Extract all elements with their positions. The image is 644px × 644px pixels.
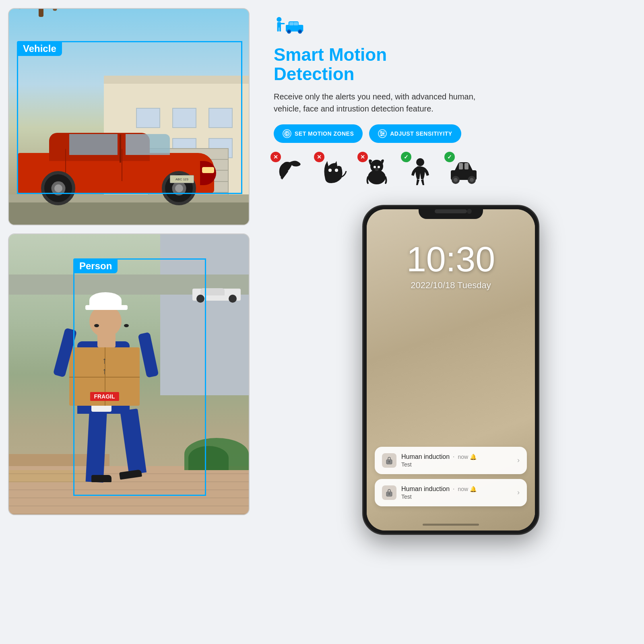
human-status-badge: ✓ — [401, 152, 411, 162]
phone-container: 10:30 2022/10/18 Tuesday — [274, 205, 628, 632]
detection-icons-row: ✕ ✕ ✕ — [274, 155, 628, 187]
phone-notch — [419, 206, 483, 219]
svg-point-39 — [416, 158, 424, 166]
notif-time-1: now — [458, 454, 469, 460]
svg-point-10 — [277, 17, 281, 22]
phone-home-bar — [423, 524, 479, 526]
cat-status-badge: ✕ — [314, 152, 324, 162]
svg-point-36 — [374, 166, 376, 168]
bird-detection-icon: ✕ — [274, 155, 306, 187]
notif-time-2: now — [458, 486, 469, 492]
svg-point-46 — [470, 178, 474, 182]
person-camera-frame: ↑↑ FRAGIL Person — [8, 233, 250, 515]
svg-point-44 — [454, 178, 458, 182]
notification-card-2[interactable]: Human induction · now 🔔 Test › — [375, 479, 527, 506]
svg-point-48 — [388, 461, 390, 462]
notif-icon-1 — [382, 453, 396, 468]
dog-detection-icon: ✕ — [361, 155, 393, 187]
svg-point-31 — [294, 162, 297, 165]
dog-status-badge: ✕ — [357, 152, 368, 162]
person-car-icon — [274, 12, 306, 40]
svg-point-38 — [375, 168, 379, 171]
svg-rect-22 — [281, 23, 285, 24]
bird-status-badge: ✕ — [270, 152, 281, 162]
phone-screen: 10:30 2022/10/18 Tuesday — [367, 209, 535, 530]
clock-date: 2022/10/18 Tuesday — [367, 280, 535, 291]
svg-point-29 — [382, 133, 384, 134]
adjust-sensitivity-button[interactable]: ADJUST SENSITIYITY — [369, 124, 461, 143]
vehicle-camera-frame: ABC 123 Vehicle — [8, 8, 250, 225]
notif-bell-1: 🔔 — [470, 454, 477, 460]
svg-point-37 — [378, 166, 380, 168]
feature-description: Receive only the alerts you need, with a… — [274, 91, 483, 115]
action-buttons: SET MOTION ZONES ADJUST SENSITIYITY — [274, 124, 628, 143]
vehicle-label: Vehicle — [17, 41, 62, 56]
phone-mockup: 10:30 2022/10/18 Tuesday — [362, 205, 539, 535]
svg-point-21 — [299, 31, 301, 33]
title-line2: Detection — [274, 64, 354, 84]
svg-rect-13 — [279, 27, 281, 31]
notif-bell-2: 🔔 — [470, 486, 477, 492]
svg-point-19 — [288, 31, 290, 33]
set-motion-zones-label: SET MOTION ZONES — [295, 130, 354, 137]
phone-time-display: 10:30 2022/10/18 Tuesday — [367, 242, 535, 291]
svg-point-50 — [388, 493, 390, 495]
notif-dot-1: · — [453, 453, 454, 460]
notif-title-1: Human induction — [401, 453, 450, 460]
svg-rect-41 — [459, 163, 463, 169]
clock-time: 10:30 — [367, 242, 535, 277]
svg-point-28 — [380, 131, 382, 133]
notif-chevron-2[interactable]: › — [517, 488, 520, 497]
title-line1: Smart Motion — [274, 45, 387, 64]
notif-icon-2 — [382, 485, 396, 500]
notif-title-2: Human induction — [401, 485, 450, 493]
notif-dot-2: · — [453, 485, 454, 493]
svg-point-33 — [335, 169, 338, 172]
cat-detection-icon: ✕ — [317, 155, 349, 187]
feature-title: Smart Motion Detection — [274, 45, 628, 84]
svg-rect-12 — [277, 27, 279, 31]
svg-rect-17 — [294, 22, 298, 25]
notif-subtitle-1: Test — [401, 461, 512, 468]
notification-card-1[interactable]: Human induction · now 🔔 Test › — [375, 447, 527, 474]
notif-content-2: Human induction · now 🔔 Test — [401, 485, 512, 500]
feature-info: Smart Motion Detection Receive only the … — [274, 12, 628, 205]
person-label: Person — [74, 259, 118, 273]
svg-rect-16 — [289, 22, 294, 25]
fingerprint-icon — [283, 129, 291, 138]
svg-point-30 — [381, 134, 382, 136]
left-panel: ABC 123 Vehicle — [0, 0, 258, 644]
set-motion-zones-button[interactable]: SET MOTION ZONES — [274, 124, 363, 143]
notif-content-1: Human induction · now 🔔 Test — [401, 453, 512, 468]
car-status-badge: ✓ — [444, 152, 455, 162]
hero-icon-container — [274, 12, 628, 40]
adjust-sensitivity-label: ADJUST SENSITIYITY — [390, 130, 452, 137]
car-accepted-icon: ✓ — [448, 155, 480, 187]
vehicle-detection-box: Vehicle — [17, 41, 242, 194]
person-detection-box: Person — [73, 258, 206, 496]
human-detection-icon: ✓ — [404, 155, 436, 187]
notif-chevron-1[interactable]: › — [517, 456, 520, 464]
phone-notifications: Human induction · now 🔔 Test › — [375, 447, 527, 506]
svg-rect-11 — [277, 22, 281, 27]
svg-point-32 — [328, 169, 332, 172]
right-panel: Smart Motion Detection Receive only the … — [258, 0, 644, 644]
sliders-icon — [378, 129, 387, 138]
svg-rect-42 — [464, 163, 469, 169]
notif-subtitle-2: Test — [401, 493, 512, 500]
